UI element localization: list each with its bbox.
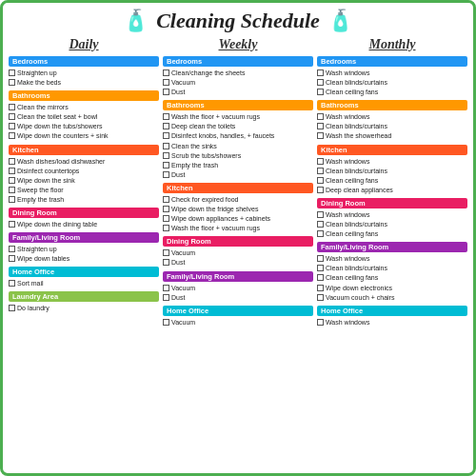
section-header-dining-room: Dining Room: [9, 208, 159, 218]
task-checkbox[interactable]: [163, 285, 169, 291]
task-checkbox[interactable]: [317, 113, 324, 120]
task-checkbox[interactable]: [9, 113, 15, 120]
section-header-bedrooms: Bedrooms: [163, 56, 313, 67]
task-checkbox[interactable]: [317, 211, 324, 218]
task-checkbox[interactable]: [317, 230, 324, 237]
section-header-home-office: Home Office: [317, 306, 467, 316]
task-checkbox[interactable]: [9, 69, 15, 76]
task-text: Wash windows: [326, 112, 369, 121]
task-item: Clean/change the sheets: [163, 69, 313, 77]
task-checkbox[interactable]: [163, 171, 169, 178]
task-checkbox[interactable]: [9, 255, 15, 262]
task-text: Wipe down the tubs/showers: [17, 122, 103, 130]
section-header-kitchen: Kitchen: [317, 145, 467, 155]
task-checkbox[interactable]: [163, 89, 169, 95]
task-text: Deep clean the toilets: [171, 122, 235, 130]
task-item: Clean the toilet seat + bowl: [9, 112, 159, 121]
task-item: Scrub the tubs/showers: [163, 151, 313, 160]
task-checkbox[interactable]: [9, 196, 15, 203]
task-text: Wipe down electronics: [326, 284, 392, 292]
task-checkbox[interactable]: [163, 162, 169, 169]
task-text: Clean blinds/curtains: [326, 264, 387, 272]
task-checkbox[interactable]: [163, 132, 169, 139]
task-checkbox[interactable]: [9, 79, 15, 86]
task-checkbox[interactable]: [317, 221, 324, 228]
task-checkbox[interactable]: [163, 225, 169, 231]
task-checkbox[interactable]: [163, 259, 169, 266]
task-checkbox[interactable]: [163, 294, 169, 301]
task-checkbox[interactable]: [9, 123, 15, 129]
task-item: Wash windows: [317, 318, 467, 327]
task-checkbox[interactable]: [163, 319, 169, 326]
task-checkbox[interactable]: [9, 132, 15, 139]
task-checkbox[interactable]: [163, 206, 169, 212]
task-checkbox[interactable]: [317, 79, 324, 86]
task-checkbox[interactable]: [317, 255, 324, 262]
task-checkbox[interactable]: [317, 89, 324, 95]
task-item: Wash windows: [317, 69, 467, 77]
task-checkbox[interactable]: [9, 187, 15, 193]
section-header-family-living-room: Family/Living Room: [317, 242, 467, 252]
section-header-kitchen: Kitchen: [163, 183, 313, 193]
task-checkbox[interactable]: [163, 143, 169, 149]
task-checkbox[interactable]: [9, 221, 15, 228]
task-checkbox[interactable]: [163, 69, 169, 76]
task-checkbox[interactable]: [317, 319, 324, 326]
task-checkbox[interactable]: [317, 294, 324, 301]
task-checkbox[interactable]: [163, 215, 169, 222]
section-header-family-living-room: Family/Living Room: [9, 232, 159, 243]
section-header-home-office: Home Office: [163, 306, 313, 316]
section-header-laundry-area: Laundry Area: [9, 291, 159, 302]
task-checkbox[interactable]: [317, 123, 324, 129]
col-header-daily: Daily: [9, 37, 159, 52]
task-checkbox[interactable]: [317, 158, 324, 165]
task-checkbox[interactable]: [9, 168, 15, 174]
task-text: Do laundry: [17, 304, 50, 312]
task-text: Clean ceiling fans: [326, 88, 378, 96]
task-checkbox[interactable]: [163, 123, 169, 129]
task-checkbox[interactable]: [9, 246, 15, 252]
task-checkbox[interactable]: [317, 132, 324, 139]
task-text: Vacuum: [171, 318, 195, 327]
task-checkbox[interactable]: [317, 177, 324, 184]
task-item: Wash the floor + vacuum rugs: [163, 112, 313, 121]
task-item: Dust: [163, 293, 313, 302]
section-header-dining-room: Dining Room: [163, 236, 313, 247]
task-checkbox[interactable]: [9, 280, 15, 287]
task-checkbox[interactable]: [9, 177, 15, 184]
task-checkbox[interactable]: [317, 69, 324, 76]
task-checkbox[interactable]: [317, 274, 324, 281]
task-checkbox[interactable]: [317, 168, 324, 174]
task-checkbox[interactable]: [317, 285, 324, 291]
task-text: Scrub the tubs/showers: [171, 151, 241, 160]
col-header-monthly: Monthly: [317, 37, 467, 52]
task-text: Empty the trash: [17, 195, 64, 204]
task-text: Sweep the floor: [17, 186, 64, 194]
task-checkbox[interactable]: [317, 265, 324, 271]
task-text: Make the beds: [17, 78, 61, 87]
task-checkbox[interactable]: [163, 113, 169, 120]
spray-icon-right: 🧴: [327, 9, 353, 33]
task-item: Wipe down the counters + sink: [9, 131, 159, 140]
task-text: Clean the toilet seat + bowl: [17, 112, 97, 121]
task-checkbox[interactable]: [317, 187, 324, 193]
task-text: Clean ceiling fans: [326, 229, 378, 238]
task-checkbox[interactable]: [163, 79, 169, 86]
task-text: Clean blinds/curtains: [326, 78, 387, 87]
task-text: Dust: [171, 170, 185, 179]
task-text: Clean the sinks: [171, 142, 217, 150]
task-checkbox[interactable]: [163, 249, 169, 256]
task-text: Vacuum couch + chairs: [326, 293, 394, 302]
task-text: Clean ceiling fans: [326, 176, 378, 185]
task-checkbox[interactable]: [9, 104, 15, 110]
task-checkbox[interactable]: [9, 158, 15, 165]
task-item: Clean blinds/curtains: [317, 220, 467, 228]
task-item: Sort mail: [9, 279, 159, 288]
task-item: Dust: [163, 88, 313, 96]
task-checkbox[interactable]: [9, 305, 15, 311]
task-item: Wash windows: [317, 157, 467, 166]
task-checkbox[interactable]: [163, 196, 169, 203]
task-item: Deep clean appliances: [317, 186, 467, 194]
task-text: Wash the showerhead: [326, 131, 391, 140]
task-checkbox[interactable]: [163, 152, 169, 159]
